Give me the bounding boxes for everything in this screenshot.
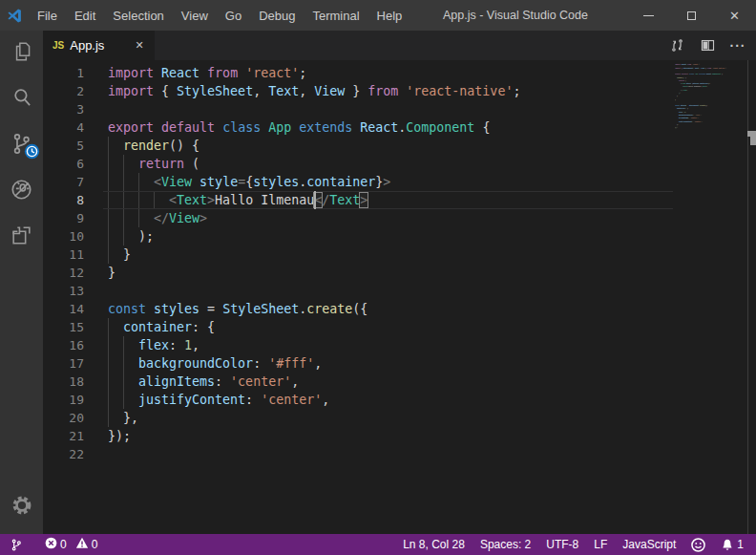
line-number[interactable]: 6 [43,155,108,173]
menu-debug[interactable]: Debug [250,0,304,31]
tab-close-icon[interactable]: ✕ [132,38,147,53]
code-line[interactable]: 14const styles = StyleSheet.create({ [43,300,756,318]
status-language-mode[interactable]: JavaScript [615,534,683,555]
activity-source-control[interactable] [0,122,43,168]
menu-help[interactable]: Help [368,0,411,31]
line-number[interactable]: 13 [43,282,108,300]
code-text: ); [108,227,154,245]
status-bar-right: Ln 8, Col 28Spaces: 2UTF-8LFJavaScript1 [395,534,756,555]
status-cursor-position[interactable]: Ln 8, Col 28 [395,534,472,555]
code-text: backgroundColor: '#fff', [108,354,322,373]
code-text: }, [108,409,138,427]
menu-file[interactable]: File [29,0,66,31]
code-line[interactable]: 22 [43,445,756,463]
line-number[interactable]: 10 [43,227,108,245]
more-actions-icon[interactable]: ··· [727,35,748,56]
problems-status[interactable]: 0 0 [28,537,97,552]
activity-extensions[interactable] [0,214,43,260]
split-editor-icon[interactable] [697,35,718,56]
editor[interactable]: 1import React from 'react';2import { Sty… [43,60,756,534]
code-line[interactable]: 7 <View style={styles.container}> [43,173,756,191]
javascript-file-icon: JS [52,40,64,51]
code-line[interactable]: 5 render() { [43,137,756,155]
feedback-smiley-icon[interactable] [683,534,713,555]
code-lines: 1import React from 'react';2import { Sty… [43,60,756,463]
line-number[interactable]: 22 [43,445,108,463]
debug-icon [9,177,34,206]
status-eol[interactable]: LF [586,534,615,555]
warning-count: 0 [92,538,98,551]
line-number[interactable]: 4 [43,118,108,137]
line-number[interactable]: 7 [43,173,108,191]
code-line[interactable]: 17 backgroundColor: '#fff', [43,354,756,373]
menu-terminal[interactable]: Terminal [304,0,368,31]
code-line[interactable]: 21}); [43,427,756,445]
code-line[interactable]: 13 [43,282,756,300]
code-text: }); [108,427,131,445]
bracket-match-highlight [359,192,368,208]
menu-selection[interactable]: Selection [104,0,172,31]
code-line[interactable]: 11 } [43,245,756,264]
gear-icon [10,493,34,522]
line-number[interactable]: 21 [43,427,108,445]
sync-arrows-icon[interactable] [666,35,687,56]
status-bar: 0 0 Ln 8, Col 28Spaces: 2UTF-8LFJavaScri… [0,534,756,555]
extensions-icon [10,224,33,251]
line-number[interactable]: 2 [43,82,108,100]
line-number[interactable]: 17 [43,354,108,373]
code-line[interactable]: 2import { StyleSheet, Text, View } from … [43,82,756,100]
code-line[interactable]: 8 <Text>Hallo Ilmenau</Text> [43,191,756,209]
minimap[interactable]: import React from 'react';import { Style… [673,60,747,534]
code-text: justifyContent: 'center', [108,391,329,409]
scrollbar-marker[interactable] [750,137,756,145]
activity-debug[interactable] [0,168,43,214]
git-branch-status-icon[interactable] [0,534,28,555]
code-line[interactable]: 10 ); [43,227,756,245]
minimize-button[interactable] [627,0,670,31]
code-line[interactable]: 15 container: { [43,318,756,336]
activity-explorer[interactable] [0,31,43,76]
status-encoding[interactable]: UTF-8 [538,534,586,555]
notification-count: 1 [737,538,744,551]
line-number[interactable]: 1 [43,64,108,82]
warning-icon [75,537,89,552]
maximize-button[interactable] [670,0,713,31]
line-number[interactable]: 12 [43,264,108,282]
line-number[interactable]: 11 [43,245,108,264]
manage-button[interactable] [0,488,43,526]
menu-view[interactable]: View [173,0,217,31]
notifications-bell-icon[interactable]: 1 [713,538,748,552]
code-line[interactable]: 16 flex: 1, [43,336,756,354]
line-number[interactable]: 5 [43,137,108,155]
tab-bar: JS App.js ✕ ··· [43,31,756,60]
line-number[interactable]: 16 [43,336,108,354]
line-number[interactable]: 8 [43,191,108,209]
close-button[interactable]: ✕ [713,0,756,31]
code-line[interactable]: 19 justifyContent: 'center', [43,391,756,409]
line-number[interactable]: 18 [43,373,108,391]
code-line[interactable]: 20 }, [43,409,756,427]
tab-appjs[interactable]: JS App.js ✕ [43,31,155,60]
line-number[interactable]: 19 [43,391,108,409]
code-line[interactable]: 12} [43,264,756,282]
line-number[interactable]: 9 [43,209,108,227]
code-text: <Text>Hallo Ilmenau</Text> [108,191,368,209]
menu-edit[interactable]: Edit [66,0,104,31]
line-number[interactable]: 15 [43,318,108,336]
line-number[interactable]: 20 [43,409,108,427]
menu-go[interactable]: Go [217,0,250,31]
line-number[interactable]: 14 [43,300,108,318]
status-indentation[interactable]: Spaces: 2 [472,534,538,555]
code-text: container: { [108,318,215,336]
activity-search[interactable] [0,76,43,122]
code-text: flex: 1, [108,336,200,354]
line-number[interactable]: 3 [43,100,108,118]
code-line[interactable]: 18 alignItems: 'center', [43,373,756,391]
code-line[interactable]: 3 [43,100,756,118]
code-line[interactable]: 9 </View> [43,209,756,227]
code-line[interactable]: 1import React from 'react'; [43,64,756,82]
code-line[interactable]: 4export default class App extends React.… [43,118,756,137]
code-line[interactable]: 6 return ( [43,155,756,173]
error-count: 0 [60,538,67,551]
code-text: import { StyleSheet, Text, View } from '… [108,82,520,100]
